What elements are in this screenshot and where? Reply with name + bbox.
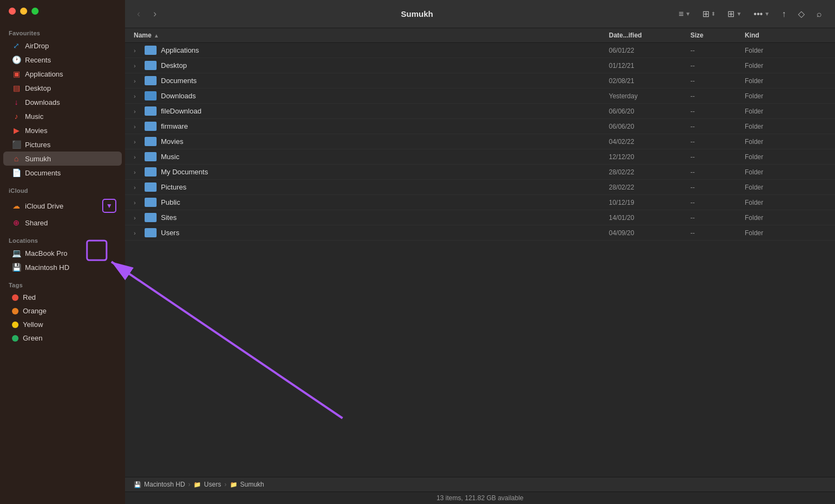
main-area: ‹ › Sumukh ≡ ▼ ⊞ ⬍ ⊞ ▼ ••• ▼ ↑: [125, 0, 835, 504]
column-view-button[interactable]: ⊞ ⬍: [698, 6, 720, 22]
forward-button[interactable]: ›: [150, 6, 160, 22]
file-size: --: [690, 138, 745, 146]
maximize-button[interactable]: [32, 8, 39, 15]
breadcrumb-users[interactable]: 📁 Users: [194, 481, 221, 488]
expand-chevron-icon: ›: [134, 199, 140, 206]
tags-icon: ◇: [798, 9, 805, 19]
share-button[interactable]: ↑: [777, 7, 790, 22]
breadcrumb-sumukh[interactable]: 📁 Sumukh: [230, 481, 264, 488]
folder-small-icon-2: 📁: [230, 481, 238, 488]
back-button[interactable]: ‹: [134, 6, 144, 22]
sidebar-item-downloads[interactable]: ↓ Downloads: [3, 95, 122, 109]
sidebar-item-tag-red[interactable]: Red: [3, 291, 122, 304]
sidebar-item-shared[interactable]: ⊕ Shared: [3, 216, 122, 230]
file-size: --: [690, 92, 745, 100]
breadcrumb-bar: 💾 Macintosh HD › 📁 Users › 📁 Sumukh: [125, 477, 835, 492]
sidebar-item-tag-green[interactable]: Green: [3, 331, 122, 345]
close-button[interactable]: [9, 8, 16, 15]
sidebar-item-label: Movies: [25, 127, 47, 135]
file-size: --: [690, 153, 745, 161]
sidebar-item-tag-orange[interactable]: Orange: [3, 304, 122, 318]
search-button[interactable]: ⌕: [812, 7, 826, 22]
table-row[interactable]: › Pictures 28/02/22 -- Folder: [125, 180, 835, 195]
tags-button[interactable]: ◇: [794, 6, 809, 22]
sidebar-item-pictures[interactable]: ⬛ Pictures: [3, 137, 122, 152]
sidebar-item-sumukh[interactable]: ⌂ Sumukh: [3, 152, 122, 166]
col-header-size[interactable]: Size: [690, 32, 745, 39]
table-row[interactable]: › My Documents 28/02/22 -- Folder: [125, 165, 835, 180]
col-header-date[interactable]: Date...ified: [609, 32, 690, 39]
minimize-button[interactable]: [20, 8, 27, 15]
expand-chevron-icon: ›: [134, 62, 140, 69]
folder-icon: [145, 46, 157, 55]
file-date: 04/02/22: [609, 138, 690, 146]
drive-small-icon: 💾: [134, 481, 141, 488]
file-name: My Documents: [161, 168, 208, 176]
more-actions-button[interactable]: ••• ▼: [749, 7, 774, 22]
table-row[interactable]: › Public 10/12/19 -- Folder: [125, 195, 835, 210]
airdrop-icon: ⤢: [12, 41, 21, 50]
table-row[interactable]: › Documents 02/08/21 -- Folder: [125, 73, 835, 89]
table-row[interactable]: › Music 12/12/20 -- Folder: [125, 149, 835, 165]
col-header-kind[interactable]: Kind: [745, 32, 826, 39]
sidebar-item-applications[interactable]: ▣ Applications: [3, 67, 122, 81]
sidebar-item-desktop[interactable]: ▤ Desktop: [3, 81, 122, 95]
favourites-section-label: Favourites: [0, 22, 125, 39]
tag-green-dot: [12, 335, 18, 342]
sidebar-item-icloud-drive[interactable]: ☁ iCloud Drive ▼: [3, 196, 122, 216]
sidebar-item-label: Downloads: [25, 98, 60, 106]
grid-view-chevron-icon: ▼: [736, 11, 741, 17]
list-view-icon: ≡: [678, 9, 683, 19]
table-row[interactable]: › Desktop 01/12/21 -- Folder: [125, 58, 835, 73]
tags-section-label: Tags: [0, 274, 125, 291]
file-date: 06/06/20: [609, 108, 690, 115]
file-kind: Folder: [745, 123, 826, 130]
sidebar-item-label: Green: [23, 334, 42, 342]
file-name: Public: [161, 198, 180, 206]
sidebar-item-tag-yellow[interactable]: Yellow: [3, 318, 122, 331]
desktop-icon: ▤: [12, 84, 21, 92]
expand-chevron-icon: ›: [134, 169, 140, 175]
table-row[interactable]: › Applications 06/01/22 -- Folder: [125, 43, 835, 58]
home-icon: ⌂: [12, 154, 21, 163]
sidebar-item-movies[interactable]: ▶ Movies: [3, 123, 122, 137]
table-row[interactable]: › Downloads Yesterday -- Folder: [125, 89, 835, 104]
sidebar-item-macintosh-hd[interactable]: 💾 Macintosh HD: [3, 260, 122, 274]
sidebar-item-macbook-pro[interactable]: 💻 MacBook Pro: [3, 246, 122, 260]
file-name: Pictures: [161, 183, 186, 191]
file-kind: Folder: [745, 62, 826, 70]
pictures-icon: ⬛: [12, 140, 21, 149]
breadcrumb-label: Users: [204, 481, 221, 488]
file-date: 28/02/22: [609, 168, 690, 176]
file-kind: Folder: [745, 153, 826, 161]
file-size: --: [690, 184, 745, 191]
sidebar-item-airdrop[interactable]: ⤢ AirDrop: [3, 39, 122, 53]
table-row[interactable]: › firmware 06/06/20 -- Folder: [125, 119, 835, 134]
sidebar-item-music[interactable]: ♪ Music: [3, 109, 122, 123]
sidebar-item-recents[interactable]: 🕐 Recents: [3, 53, 122, 67]
table-row[interactable]: › Movies 04/02/22 -- Folder: [125, 134, 835, 149]
col-header-name[interactable]: Name ▲: [134, 32, 609, 39]
table-row[interactable]: › Sites 14/01/20 -- Folder: [125, 210, 835, 225]
sidebar-item-label: Sumukh: [25, 155, 51, 163]
icloud-icon: ☁: [12, 201, 21, 210]
icloud-collapse-button[interactable]: ▼: [102, 199, 116, 213]
search-icon: ⌕: [817, 9, 822, 19]
folder-icon: [145, 61, 157, 70]
sidebar-item-documents[interactable]: 📄 Documents: [3, 166, 122, 180]
file-size: --: [690, 229, 745, 237]
more-icon: •••: [753, 9, 763, 19]
sidebar-item-label: Applications: [25, 70, 63, 78]
file-size: --: [690, 47, 745, 54]
folder-icon: [145, 152, 157, 161]
file-size: --: [690, 62, 745, 70]
table-row[interactable]: › fileDownload 06/06/20 -- Folder: [125, 104, 835, 119]
list-view-button[interactable]: ≡ ▼: [674, 7, 695, 22]
table-row[interactable]: › Users 04/09/20 -- Folder: [125, 225, 835, 241]
folder-icon: [145, 213, 157, 222]
file-date: 06/06/20: [609, 123, 690, 130]
breadcrumb-macintosh-hd[interactable]: 💾 Macintosh HD: [134, 481, 185, 488]
grid-view-button[interactable]: ⊞ ▼: [723, 6, 746, 22]
file-date: Yesterday: [609, 92, 690, 100]
breadcrumb-label: Macintosh HD: [144, 481, 185, 488]
